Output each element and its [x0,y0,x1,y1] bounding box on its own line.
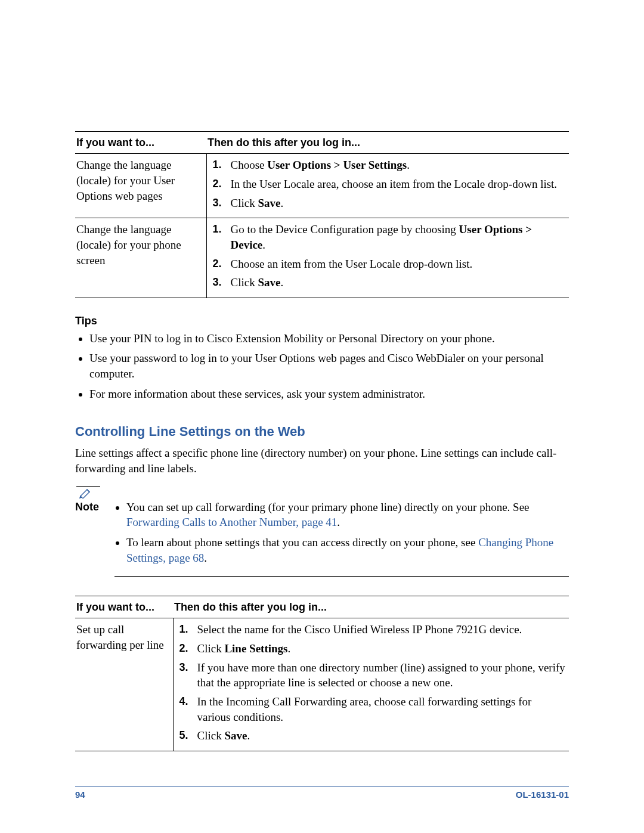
table-header: If you want to... [75,132,206,154]
table-header: Then do this after you log in... [206,132,569,154]
note-rule [114,576,569,577]
table-row: Set up call forwarding per line Select t… [75,618,569,751]
steps-cell: Go to the Device Configuration page by c… [206,218,569,298]
step: Click Save. [213,275,566,290]
procedure-table-locale: If you want to... Then do this after you… [75,131,569,298]
want-cell: Set up call forwarding per line [75,618,173,751]
step: In the User Locale area, choose an item … [213,176,566,192]
note-rule [76,486,100,487]
step: Select the name for the Cisco Unified Wi… [179,622,566,637]
section-heading: Controlling Line Settings on the Web [75,424,569,439]
page-number: 94 [75,789,85,800]
table-row: Change the language (locale) for your Us… [75,154,569,218]
want-cell: Change the language (locale) for your ph… [75,218,206,298]
pencil-icon [79,488,569,498]
step: In the Incoming Call Forwarding area, ch… [179,694,566,724]
step: Click Line Settings. [179,641,566,657]
want-cell: Change the language (locale) for your Us… [75,154,206,218]
tip-item: For more information about these service… [89,386,569,402]
step: Go to the Device Configuration page by c… [213,222,566,252]
table-row: Change the language (locale) for your ph… [75,218,569,298]
page-footer: 94 OL-16131-01 [75,786,569,800]
tips-heading: Tips [75,315,569,327]
step: Click Save. [179,728,566,744]
xref-link[interactable]: Forwarding Calls to Another Number, page… [126,516,337,528]
note-item: You can set up call forwarding (for your… [126,500,569,530]
note-content: You can set up call forwarding (for your… [114,500,569,571]
step: Choose an item from the User Locale drop… [213,256,566,272]
steps-cell: Select the name for the Cisco Unified Wi… [173,618,569,751]
tip-item: Use your password to log in to your User… [89,351,569,381]
note-block: Note You can set up call forwarding (for… [75,486,569,577]
table-header: Then do this after you log in... [173,596,569,618]
steps-cell: Choose User Options > User Settings. In … [206,154,569,218]
document-id: OL-16131-01 [516,789,569,800]
note-item: To learn about phone settings that you c… [126,535,569,565]
note-label: Note [75,500,114,514]
table-header: If you want to... [75,596,173,618]
tip-item: Use your PIN to log in to Cisco Extensio… [89,331,569,346]
procedure-table-line-settings: If you want to... Then do this after you… [75,596,569,751]
step: Choose User Options > User Settings. [213,157,566,173]
document-page: If you want to... Then do this after you… [0,0,644,833]
step: Click Save. [213,196,566,211]
section-paragraph: Line settings affect a specific phone li… [75,445,569,476]
tips-list: Use your PIN to log in to Cisco Extensio… [89,331,569,402]
step: If you have more than one directory numb… [179,660,566,690]
